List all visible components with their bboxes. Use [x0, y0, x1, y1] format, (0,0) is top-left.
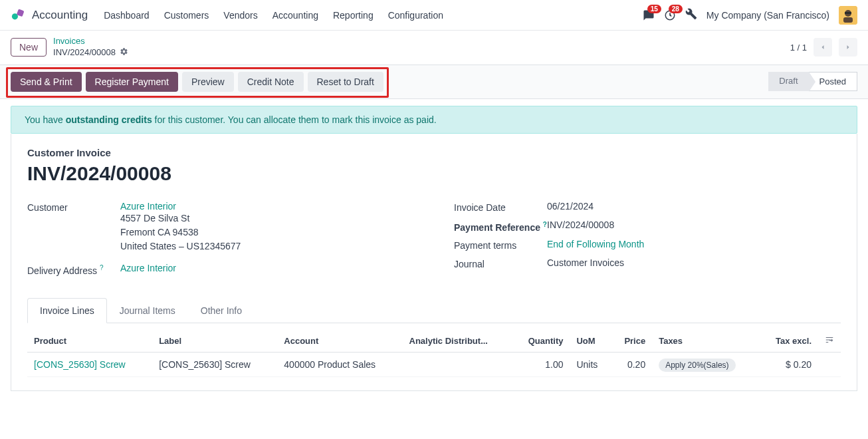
tab-other-info[interactable]: Other Info	[188, 298, 255, 323]
fields-left: Customer Azure Interior 4557 De Silva St…	[27, 201, 414, 283]
form-sheet: Customer Invoice INV/2024/00008 Customer…	[11, 134, 857, 392]
company-switcher[interactable]: My Company (San Francisco)	[706, 10, 829, 21]
tab-invoice-lines[interactable]: Invoice Lines	[27, 298, 107, 323]
messages-button[interactable]: 15	[643, 9, 655, 21]
activities-button[interactable]: 28	[664, 9, 676, 21]
fields-row: Customer Azure Interior 4557 De Silva St…	[27, 201, 841, 283]
line-qty[interactable]: 1.00	[512, 353, 570, 377]
app-logo-icon	[11, 8, 25, 23]
menu-accounting[interactable]: Accounting	[272, 10, 318, 21]
payment-ref-value[interactable]: INV/2024/00008	[547, 220, 614, 233]
col-uom[interactable]: UoM	[570, 330, 611, 353]
send-print-button[interactable]: Send & Print	[11, 72, 82, 92]
fields-right: Invoice Date 06/21/2024 Payment Referenc…	[454, 201, 841, 283]
top-nav: Accounting Dashboard Customers Vendors A…	[0, 0, 868, 31]
banner-text-bold: outstanding credits	[66, 114, 152, 125]
col-price[interactable]: Price	[611, 330, 652, 353]
main-menu: Dashboard Customers Vendors Accounting R…	[104, 10, 443, 21]
user-avatar[interactable]	[839, 6, 857, 25]
col-analytic[interactable]: Analytic Distribut...	[403, 330, 512, 353]
invoice-lines-table: Product Label Account Analytic Distribut…	[27, 330, 841, 377]
banner-text-suffix: for this customer. You can allocate them…	[152, 114, 437, 125]
activities-badge: 28	[669, 5, 683, 13]
line-label[interactable]: [CONS_25630] Screw	[152, 353, 277, 377]
menu-reporting[interactable]: Reporting	[333, 10, 374, 21]
column-settings-icon[interactable]	[818, 330, 841, 353]
sheet-header: Customer Invoice	[27, 147, 841, 158]
invoice-date-label: Invoice Date	[454, 201, 547, 213]
line-tax-excl: $ 0.20	[760, 353, 818, 377]
debug-icon[interactable]	[685, 8, 697, 22]
breadcrumb: Invoices INV/2024/00008	[53, 36, 128, 59]
delivery-link[interactable]: Azure Interior	[120, 263, 176, 276]
messages-badge: 15	[647, 5, 661, 13]
banner-text-prefix: You have	[25, 114, 66, 125]
payment-terms-value[interactable]: End of Following Month	[547, 239, 644, 251]
delivery-label: Delivery Address ?	[27, 263, 120, 276]
chevron-left-icon	[819, 43, 827, 51]
document-title: INV/2024/00008	[27, 162, 841, 185]
col-product[interactable]: Product	[27, 330, 152, 353]
status-bar: Send & Print Register Payment Preview Cr…	[0, 65, 868, 99]
breadcrumb-current: INV/2024/00008	[53, 47, 116, 59]
col-account[interactable]: Account	[277, 330, 402, 353]
payment-ref-label: Payment Reference ?	[454, 220, 547, 233]
payment-terms-label: Payment terms	[454, 239, 547, 251]
gear-icon[interactable]	[120, 47, 128, 59]
topnav-right: 15 28 My Company (San Francisco)	[643, 6, 857, 25]
customer-label: Customer	[27, 201, 120, 253]
status-posted[interactable]: Posted	[809, 72, 857, 91]
reset-draft-button[interactable]: Reset to Draft	[308, 72, 383, 92]
pager-next-button[interactable]	[839, 38, 857, 57]
cp-right: 1 / 1	[790, 38, 857, 57]
line-price[interactable]: 0.20	[611, 353, 652, 377]
col-tax-excl[interactable]: Tax excl.	[760, 330, 818, 353]
col-taxes[interactable]: Taxes	[652, 330, 760, 353]
line-uom[interactable]: Units	[570, 353, 611, 377]
svg-rect-5	[843, 17, 853, 23]
line-account[interactable]: 400000 Product Sales	[277, 353, 402, 377]
action-buttons: Send & Print Register Payment Preview Cr…	[11, 72, 383, 92]
pager-text[interactable]: 1 / 1	[790, 43, 807, 53]
preview-button[interactable]: Preview	[182, 72, 234, 92]
customer-addr2: Fremont CA 94538	[120, 225, 241, 239]
table-row[interactable]: [CONS_25630] Screw [CONS_25630] Screw 40…	[27, 353, 841, 377]
pager-prev-button[interactable]	[814, 38, 832, 57]
line-product[interactable]: [CONS_25630] Screw	[34, 359, 126, 370]
line-tax-pill[interactable]: Apply 20%(Sales)	[659, 359, 735, 372]
invoice-date-value[interactable]: 06/21/2024	[547, 201, 594, 213]
svg-rect-6	[845, 12, 851, 14]
status-draft[interactable]: Draft	[768, 72, 808, 91]
menu-dashboard[interactable]: Dashboard	[104, 10, 150, 21]
chevron-right-icon	[844, 43, 852, 51]
customer-addr1: 4557 De Silva St	[120, 212, 241, 225]
menu-customers[interactable]: Customers	[164, 10, 209, 21]
col-quantity[interactable]: Quantity	[512, 330, 570, 353]
help-icon[interactable]: ?	[100, 264, 104, 271]
app-name[interactable]: Accounting	[32, 9, 88, 22]
line-analytic[interactable]	[403, 353, 512, 377]
tab-journal-items[interactable]: Journal Items	[107, 298, 188, 323]
credit-note-button[interactable]: Credit Note	[238, 72, 304, 92]
register-payment-button[interactable]: Register Payment	[86, 72, 178, 92]
journal-value[interactable]: Customer Invoices	[547, 257, 624, 269]
status-pipeline: Draft Posted	[768, 72, 857, 91]
menu-configuration[interactable]: Configuration	[388, 10, 443, 21]
notebook-tabs: Invoice Lines Journal Items Other Info	[27, 298, 841, 323]
customer-addr3: United States – US12345677	[120, 239, 241, 253]
menu-vendors[interactable]: Vendors	[223, 10, 257, 21]
journal-label: Journal	[454, 257, 547, 269]
col-label[interactable]: Label	[152, 330, 277, 353]
new-button[interactable]: New	[11, 38, 47, 57]
outstanding-credits-banner[interactable]: You have outstanding credits for this cu…	[11, 106, 857, 134]
customer-link[interactable]: Azure Interior	[120, 201, 176, 212]
breadcrumb-invoices[interactable]: Invoices	[53, 36, 128, 47]
control-panel: New Invoices INV/2024/00008 1 / 1	[0, 31, 868, 65]
